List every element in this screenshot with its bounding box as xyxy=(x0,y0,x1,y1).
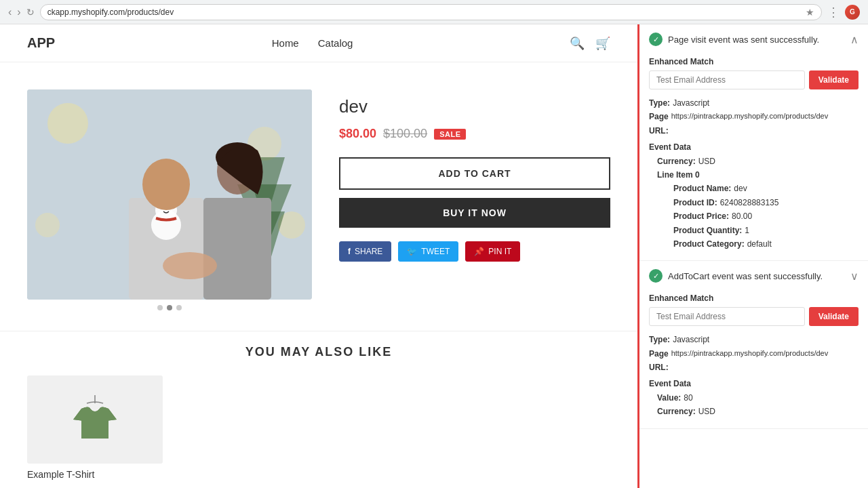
value-value-2: 80 xyxy=(684,391,692,405)
product-title: dev xyxy=(339,96,610,117)
event-block-page-visit: ✓ Page visit event was sent successfully… xyxy=(639,24,868,261)
line-item-label: Line Item 0 xyxy=(657,168,700,182)
event-data-section-2: Event Data Value: 80 Currency: USD xyxy=(649,377,859,418)
browser-forward-icon[interactable]: › xyxy=(17,6,20,18)
event-header-left-2: ✓ AddToCart event was sent successfully. xyxy=(649,269,823,283)
browser-bar: ‹ › ↻ ckapp.myshopify.com/products/dev ★… xyxy=(0,0,868,24)
product-qty-row: Product Quantity: 1 xyxy=(673,224,859,237)
also-like-section: YOU MAY ALSO LIKE xyxy=(0,331,637,488)
facebook-icon: f xyxy=(348,247,351,256)
list-item: Example T-Shirt xyxy=(27,375,163,480)
dot-2[interactable] xyxy=(167,305,172,310)
browser-url-bar[interactable]: ckapp.myshopify.com/products/dev ★ xyxy=(40,4,822,20)
product-id-label: Product ID: xyxy=(673,196,717,209)
enhanced-match-label-2: Enhanced Match xyxy=(649,293,859,303)
twitter-icon: 🐦 xyxy=(407,247,417,256)
event-data-label-1: Event Data xyxy=(649,140,691,154)
product-cat-value: default xyxy=(747,237,772,251)
product-cat-row: Product Category: default xyxy=(673,237,859,251)
nav-catalog[interactable]: Catalog xyxy=(318,37,353,49)
browser-more-icon[interactable]: ⋮ xyxy=(827,5,840,20)
site-header: APP Home Catalog 🔍 🛒 xyxy=(0,24,637,62)
line-item-row: Line Item 0 xyxy=(657,168,859,182)
share-pinterest-button[interactable]: 📌 PIN IT xyxy=(465,241,520,262)
type-row-1: Type: Javascript xyxy=(649,96,859,110)
success-check-icon: ✓ xyxy=(649,33,663,46)
browser-star-icon[interactable]: ★ xyxy=(806,7,814,18)
page-label-2: Page xyxy=(649,347,669,361)
email-row-1: Validate xyxy=(649,70,859,89)
product-price-value: 80.00 xyxy=(732,209,752,223)
also-like-item-name: Example T-Shirt xyxy=(27,469,163,480)
page-value-1: https://pintrackapp.myshopify.com/produc… xyxy=(671,110,829,123)
product-name-value: dev xyxy=(734,182,747,195)
validate-button-2[interactable]: Validate xyxy=(809,307,859,326)
email-input-2[interactable] xyxy=(649,307,805,326)
currency-label-2: Currency: xyxy=(657,405,696,418)
chevron-up-icon[interactable]: ∧ xyxy=(850,33,859,46)
currency-row-2: Currency: USD xyxy=(657,405,859,418)
product-id-row: Product ID: 6240828883135 xyxy=(673,196,859,209)
type-row-2: Type: Javascript xyxy=(649,333,859,346)
add-to-cart-button[interactable]: ADD TO CART xyxy=(339,157,610,190)
type-value-1: Javascript xyxy=(673,96,709,110)
svg-point-16 xyxy=(163,252,217,279)
product-price-label: Product Price: xyxy=(673,209,729,223)
product-name-row: Product Name: dev xyxy=(673,182,859,195)
product-info: dev $80.00 $100.00 SALE ADD TO CART BUY … xyxy=(339,89,610,310)
share-twitter-button[interactable]: 🐦 TWEET xyxy=(398,241,458,262)
event-header-add-to-cart: ✓ AddToCart event was sent successfully.… xyxy=(639,261,868,291)
page-row-1: Page https://pintrackapp.myshopify.com/p… xyxy=(649,110,859,123)
chevron-down-icon[interactable]: ∨ xyxy=(850,270,859,283)
event-data-section-1: Event Data Currency: USD Line Item 0 Pro xyxy=(649,140,859,251)
dot-3[interactable] xyxy=(176,305,182,310)
product-image-dots xyxy=(27,305,312,310)
svg-point-4 xyxy=(35,213,60,237)
type-label-1: Type: xyxy=(649,96,670,110)
type-label-2: Type: xyxy=(649,333,670,346)
email-input-1[interactable] xyxy=(649,70,805,89)
share-facebook-button[interactable]: f SHARE xyxy=(339,241,391,262)
event-body-add-to-cart: Enhanced Match Validate Type: Javascript… xyxy=(639,291,868,428)
also-like-title: YOU MAY ALSO LIKE xyxy=(27,345,610,359)
currency-value-2: USD xyxy=(698,405,715,418)
currency-label-1: Currency: xyxy=(657,155,696,168)
validate-button-1[interactable]: Validate xyxy=(809,70,859,89)
url-row-2: URL: xyxy=(649,361,859,374)
price-original: $100.00 xyxy=(383,127,427,141)
product-qty-label: Product Quantity: xyxy=(673,224,742,237)
product-price-row: Product Price: 80.00 xyxy=(673,209,859,223)
product-image-wrapper xyxy=(27,89,312,310)
share-twitter-label: TWEET xyxy=(421,247,450,256)
dot-1[interactable] xyxy=(157,305,163,310)
url-row-1: URL: xyxy=(649,124,859,138)
page-label-1: Page xyxy=(649,110,669,123)
browser-refresh-icon[interactable]: ↻ xyxy=(26,7,35,18)
share-buttons: f SHARE 🐦 TWEET 📌 PIN IT xyxy=(339,241,610,262)
url-label-1: URL: xyxy=(649,124,669,138)
main-content: APP Home Catalog 🔍 🛒 xyxy=(0,24,637,488)
success-check-icon-2: ✓ xyxy=(649,269,663,283)
event-title-add-to-cart: AddToCart event was sent successfully. xyxy=(668,271,823,281)
share-pinterest-label: PIN IT xyxy=(488,247,511,256)
site-nav-icons: 🔍 🛒 xyxy=(570,36,610,51)
event-data-label-row-1: Event Data xyxy=(649,140,859,154)
buy-it-now-button[interactable]: BUY IT NOW xyxy=(339,198,610,228)
page-value-2: https://pintrackapp.myshopify.com/produc… xyxy=(671,347,829,361)
browser-back-icon[interactable]: ‹ xyxy=(8,6,12,18)
product-id-value: 6240828883135 xyxy=(720,196,779,209)
event-title-page-visit: Page visit event was sent successfully. xyxy=(668,35,819,45)
value-row-2: Value: 80 xyxy=(657,391,859,405)
event-data-label-2: Event Data xyxy=(649,377,691,390)
event-data-label-row-2: Event Data xyxy=(649,377,859,390)
search-icon[interactable]: 🔍 xyxy=(570,36,585,51)
sale-badge: SALE xyxy=(434,129,466,140)
nav-home[interactable]: Home xyxy=(272,37,299,49)
event-body-page-visit: Enhanced Match Validate Type: Javascript… xyxy=(639,54,868,260)
site-nav: Home Catalog xyxy=(272,37,353,49)
share-facebook-label: SHARE xyxy=(355,247,382,256)
price-sale: $80.00 xyxy=(339,127,376,141)
also-like-image xyxy=(27,375,163,464)
product-name-label: Product Name: xyxy=(673,182,731,195)
cart-icon[interactable]: 🛒 xyxy=(595,36,610,51)
